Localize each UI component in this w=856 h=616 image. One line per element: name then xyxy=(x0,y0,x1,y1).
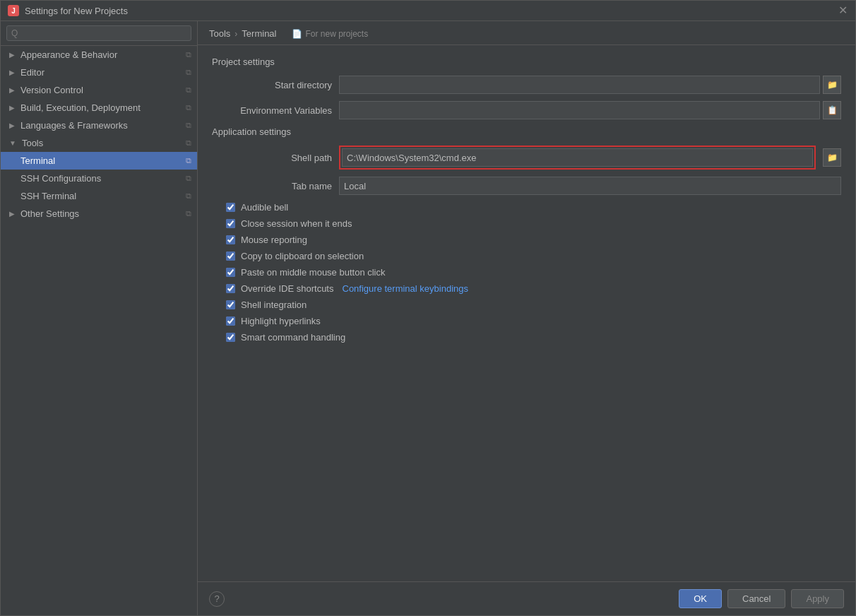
copy-icon: ⧉ xyxy=(186,103,191,112)
tab-name-label: Tab name xyxy=(212,181,332,191)
copy-clipboard-checkbox[interactable] xyxy=(226,251,235,261)
copy-icon: ⧉ xyxy=(186,50,191,59)
env-variables-input[interactable] xyxy=(339,101,820,119)
mouse-reporting-row: Mouse reporting xyxy=(212,235,841,245)
apply-button[interactable]: Apply xyxy=(791,589,844,608)
shell-path-label: Shell path xyxy=(212,153,332,163)
env-variables-browse-button[interactable]: 📋 xyxy=(823,101,841,119)
start-directory-input[interactable] xyxy=(339,76,820,94)
sidebar-item-other-settings[interactable]: ▶ Other Settings ⧉ xyxy=(1,205,197,223)
note-icon: 📄 xyxy=(292,29,302,39)
breadcrumb-current: Terminal xyxy=(242,28,276,39)
note-text: For new projects xyxy=(305,29,368,39)
copy-icon: ⧉ xyxy=(186,174,191,183)
smart-command-row: Smart command handling xyxy=(212,332,841,343)
ok-button[interactable]: OK xyxy=(679,589,722,608)
bottom-bar: ? OK Cancel Apply xyxy=(198,581,855,615)
copy-icon: ⧉ xyxy=(186,209,191,218)
smart-command-checkbox[interactable] xyxy=(226,333,235,342)
start-directory-label: Start directory xyxy=(212,80,332,90)
shell-path-row: Shell path 📁 xyxy=(212,146,841,170)
highlight-hyperlinks-checkbox[interactable] xyxy=(226,316,235,326)
right-panel: Tools › Terminal 📄 For new projects Proj… xyxy=(198,21,855,615)
copy-icon: ⧉ xyxy=(186,68,191,77)
copy-clipboard-row: Copy to clipboard on selection xyxy=(212,251,841,261)
paste-middle-label: Paste on middle mouse button click xyxy=(241,267,386,278)
audible-bell-checkbox[interactable] xyxy=(226,203,235,212)
start-directory-field-wrap: 📁 xyxy=(339,76,841,94)
paste-middle-checkbox[interactable] xyxy=(226,268,235,277)
sidebar-item-build[interactable]: ▶ Build, Execution, Deployment ⧉ xyxy=(1,99,197,117)
breadcrumb: Tools › Terminal 📄 For new projects xyxy=(198,21,855,45)
env-variables-label: Environment Variables xyxy=(212,105,332,116)
arrow-icon: ▼ xyxy=(9,139,16,147)
shell-integration-checkbox[interactable] xyxy=(226,300,235,309)
arrow-icon: ▶ xyxy=(9,210,15,218)
override-shortcuts-row: Override IDE shortcuts Configure termina… xyxy=(212,283,841,294)
start-directory-browse-button[interactable]: 📁 xyxy=(823,76,841,94)
arrow-icon: ▶ xyxy=(9,104,15,112)
application-settings-title: Application settings xyxy=(212,126,841,137)
arrow-icon: ▶ xyxy=(9,122,15,129)
close-button[interactable]: ✕ xyxy=(837,5,848,16)
sidebar-item-version-control[interactable]: ▶ Version Control ⧉ xyxy=(1,81,197,99)
copy-clipboard-label: Copy to clipboard on selection xyxy=(241,251,364,261)
search-input[interactable] xyxy=(6,25,191,41)
audible-bell-row: Audible bell xyxy=(212,202,841,213)
tab-name-field-wrap xyxy=(339,177,841,195)
help-button[interactable]: ? xyxy=(209,591,225,607)
close-session-label: Close session when it ends xyxy=(241,218,352,229)
tab-name-input[interactable] xyxy=(339,177,841,195)
mouse-reporting-checkbox[interactable] xyxy=(226,235,235,244)
shell-path-input[interactable] xyxy=(342,148,813,167)
cancel-button[interactable]: Cancel xyxy=(727,589,785,608)
env-variables-row: Environment Variables 📋 xyxy=(212,101,841,119)
arrow-icon: ▶ xyxy=(9,51,15,59)
sidebar-item-ssh-configurations[interactable]: SSH Configurations ⧉ xyxy=(1,170,197,187)
start-directory-row: Start directory 📁 xyxy=(212,76,841,94)
copy-icon: ⧉ xyxy=(186,121,191,130)
mouse-reporting-label: Mouse reporting xyxy=(241,235,307,245)
shell-path-browse-button[interactable]: 📁 xyxy=(823,148,841,167)
sidebar-item-languages[interactable]: ▶ Languages & Frameworks ⧉ xyxy=(1,117,197,134)
override-shortcuts-label: Override IDE shortcuts xyxy=(241,283,334,294)
paste-middle-row: Paste on middle mouse button click xyxy=(212,267,841,278)
sidebar-item-ssh-terminal[interactable]: SSH Terminal ⧉ xyxy=(1,187,197,205)
copy-icon: ⧉ xyxy=(186,191,191,201)
settings-content: Project settings Start directory 📁 Envir… xyxy=(198,45,855,581)
shell-integration-row: Shell integration xyxy=(212,300,841,310)
for-new-projects: 📄 For new projects xyxy=(292,29,368,39)
copy-icon: ⧉ xyxy=(186,156,191,165)
copy-icon: ⧉ xyxy=(186,138,191,148)
highlight-hyperlinks-label: Highlight hyperlinks xyxy=(241,316,321,326)
sidebar-item-tools[interactable]: ▼ Tools ⧉ xyxy=(1,134,197,152)
tab-name-row: Tab name xyxy=(212,177,841,195)
copy-icon: ⧉ xyxy=(186,85,191,95)
dialog-title: Settings for New Projects xyxy=(25,6,128,16)
arrow-icon: ▶ xyxy=(9,69,15,76)
smart-command-label: Smart command handling xyxy=(241,332,345,343)
close-session-row: Close session when it ends xyxy=(212,218,841,229)
sidebar-item-editor[interactable]: ▶ Editor ⧉ xyxy=(1,64,197,81)
sidebar: ▶ Appearance & Behavior ⧉ ▶ Editor ⧉ ▶ V… xyxy=(1,21,198,615)
env-variables-field-wrap: 📋 xyxy=(339,101,841,119)
project-settings-title: Project settings xyxy=(212,57,841,67)
audible-bell-label: Audible bell xyxy=(241,202,288,213)
sidebar-item-appearance[interactable]: ▶ Appearance & Behavior ⧉ xyxy=(1,46,197,64)
override-shortcuts-checkbox[interactable] xyxy=(226,284,235,293)
arrow-icon: ▶ xyxy=(9,86,15,94)
app-icon: J xyxy=(8,5,19,16)
configure-keybindings-link[interactable]: Configure terminal keybindings xyxy=(343,283,468,294)
shell-integration-label: Shell integration xyxy=(241,300,307,310)
breadcrumb-separator: › xyxy=(234,29,237,39)
highlight-hyperlinks-row: Highlight hyperlinks xyxy=(212,316,841,326)
close-session-checkbox[interactable] xyxy=(226,219,235,228)
shell-path-highlight xyxy=(339,146,816,170)
breadcrumb-parent: Tools xyxy=(209,28,230,39)
sidebar-item-terminal[interactable]: Terminal ⧉ xyxy=(1,152,197,170)
